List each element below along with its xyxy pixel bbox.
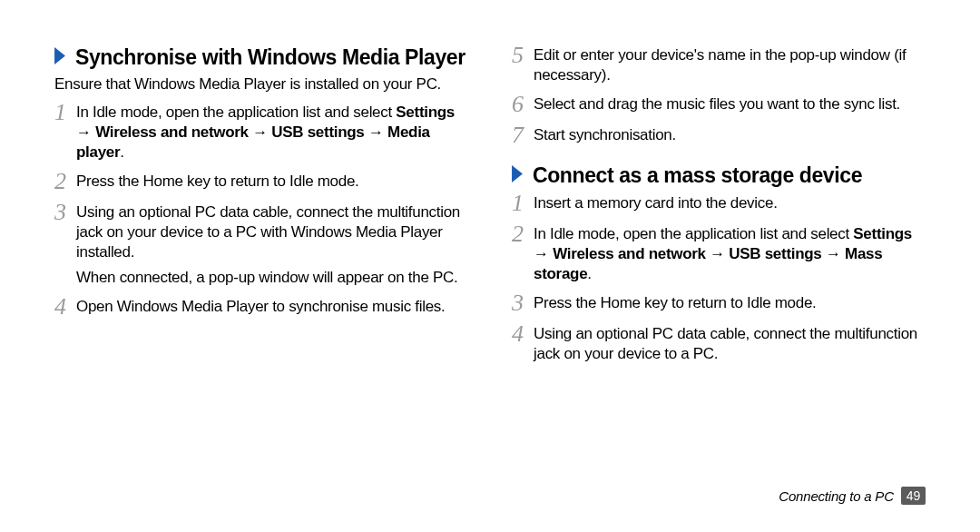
step: 2In Idle mode, open the application list… <box>512 224 926 284</box>
step-subtext: When connected, a pop-up window will app… <box>76 268 468 288</box>
text: Press the Home key to return to Idle mod… <box>534 294 817 311</box>
text-strong: Wireless and network <box>553 245 706 262</box>
step-number: 4 <box>512 322 534 346</box>
step-text: Start synchronisation. <box>534 125 926 145</box>
text: Insert a memory card into the device. <box>534 194 778 212</box>
left-steps: 1In Idle mode, open the application list… <box>54 103 468 320</box>
page-number-badge: 49 <box>901 487 926 505</box>
text: . <box>587 265 591 282</box>
heading-mass-storage: Connect as a mass storage device <box>512 163 926 187</box>
step-body: Start synchronisation. <box>534 125 926 145</box>
step-text: Insert a memory card into the device. <box>534 193 926 213</box>
text-strong: Wireless and network <box>95 123 249 141</box>
step-body: Open Windows Media Player to synchronise… <box>76 297 468 317</box>
text: → <box>365 123 388 141</box>
text: → <box>706 245 730 262</box>
step-number: 7 <box>512 123 534 147</box>
step: 1Insert a memory card into the device. <box>512 193 926 215</box>
step: 4Using an optional PC data cable, connec… <box>512 324 926 364</box>
step-number: 4 <box>54 295 76 319</box>
step: 5Edit or enter your device's name in the… <box>512 45 926 85</box>
intro-text: Ensure that Windows Media Player is inst… <box>54 74 468 94</box>
right-top-steps: 5Edit or enter your device's name in the… <box>512 45 926 147</box>
text: Press the Home key to return to Idle mod… <box>76 172 359 190</box>
step-number: 2 <box>512 222 534 246</box>
text: In Idle mode, open the application list … <box>76 103 396 121</box>
page-columns: Synchronise with Windows Media Player En… <box>54 45 926 373</box>
text: . <box>120 143 123 161</box>
step-number: 1 <box>54 101 76 124</box>
step-body: In Idle mode, open the application list … <box>534 224 926 284</box>
text-strong: Settings <box>396 103 455 121</box>
step-text: Press the Home key to return to Idle mod… <box>76 172 468 192</box>
text: Open Windows Media Player to synchronise… <box>76 298 445 315</box>
step-text: Edit or enter your device's name in the … <box>534 45 926 85</box>
text: → <box>822 245 846 262</box>
step-text: In Idle mode, open the application list … <box>76 103 468 163</box>
step-number: 3 <box>54 201 76 224</box>
step-text: Open Windows Media Player to synchronise… <box>76 297 468 317</box>
text: Edit or enter your device's name in the … <box>534 46 906 84</box>
step-text: In Idle mode, open the application list … <box>534 224 926 284</box>
step-number: 5 <box>512 44 534 67</box>
heading-text: Connect as a mass storage device <box>533 163 862 187</box>
text: Select and drag the music files you want… <box>534 95 900 113</box>
page-footer: Connecting to a PC 49 <box>779 487 926 505</box>
step-number: 6 <box>512 93 534 116</box>
step-number: 3 <box>512 291 534 315</box>
step-body: Using an optional PC data cable, connect… <box>76 202 468 288</box>
step-text: Using an optional PC data cable, connect… <box>76 202 468 262</box>
text-strong: USB settings <box>271 123 364 141</box>
footer-section-name: Connecting to a PC <box>779 488 893 504</box>
text: → <box>76 123 95 141</box>
text: When connected, a pop-up window will app… <box>76 269 457 286</box>
step-body: Press the Home key to return to Idle mod… <box>76 172 468 192</box>
step-number: 1 <box>512 192 534 215</box>
step-body: Using an optional PC data cable, connect… <box>534 324 926 364</box>
heading-text: Synchronise with Windows Media Player <box>75 45 466 69</box>
text: → <box>534 245 553 262</box>
step-number: 2 <box>54 170 76 193</box>
text: In Idle mode, open the application list … <box>534 225 853 242</box>
left-column: Synchronise with Windows Media Player En… <box>54 45 468 373</box>
step: 2Press the Home key to return to Idle mo… <box>54 172 468 193</box>
step: 7Start synchronisation. <box>512 125 926 147</box>
step-body: Edit or enter your device's name in the … <box>534 45 926 85</box>
text: → <box>249 123 272 141</box>
step-text: Press the Home key to return to Idle mod… <box>534 293 926 313</box>
step-body: Press the Home key to return to Idle mod… <box>534 293 926 313</box>
step: 3Press the Home key to return to Idle mo… <box>512 293 926 315</box>
step-body: Select and drag the music files you want… <box>534 94 926 114</box>
step-body: In Idle mode, open the application list … <box>76 103 468 163</box>
step: 4Open Windows Media Player to synchronis… <box>54 297 468 319</box>
heading-sync-wmp: Synchronise with Windows Media Player <box>54 45 468 69</box>
right-steps: 1Insert a memory card into the device.2I… <box>512 193 926 364</box>
step-text: Using an optional PC data cable, connect… <box>534 324 926 364</box>
text-strong: Settings <box>853 225 912 242</box>
step: 3Using an optional PC data cable, connec… <box>54 202 468 288</box>
text: Using an optional PC data cable, connect… <box>534 325 917 362</box>
step: 6Select and drag the music files you wan… <box>512 94 926 116</box>
chevron-right-icon <box>54 45 70 66</box>
text: Start synchronisation. <box>534 126 676 143</box>
text: Using an optional PC data cable, connect… <box>76 203 460 261</box>
text-strong: USB settings <box>729 245 821 262</box>
step-text: Select and drag the music files you want… <box>534 94 926 114</box>
step: 1In Idle mode, open the application list… <box>54 103 468 163</box>
step-body: Insert a memory card into the device. <box>534 193 926 213</box>
right-column: 5Edit or enter your device's name in the… <box>512 45 926 373</box>
chevron-right-icon <box>512 163 527 184</box>
